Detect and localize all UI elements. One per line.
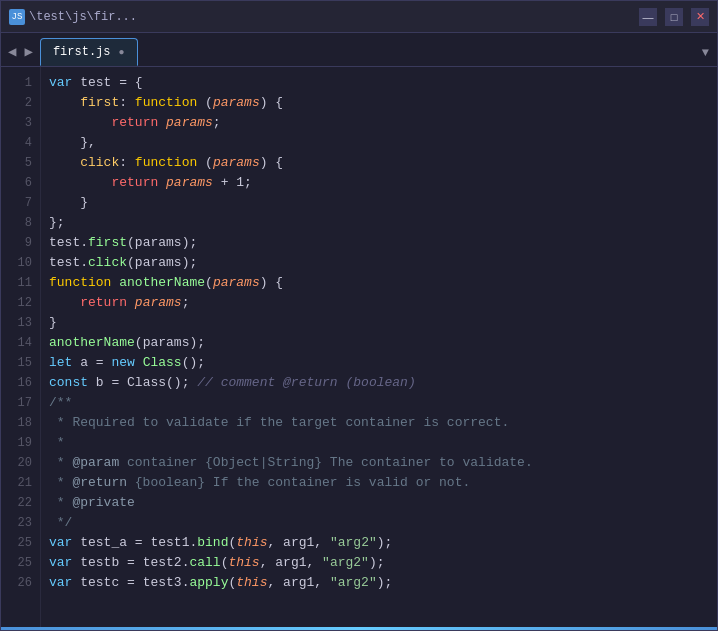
line-number: 5 xyxy=(1,153,40,173)
line-number: 25 xyxy=(1,533,40,553)
code-line: }; xyxy=(49,213,709,233)
line-number: 10 xyxy=(1,253,40,273)
code-line: var test_a = test1.bind(this, arg1, "arg… xyxy=(49,533,709,553)
maximize-button[interactable]: □ xyxy=(665,8,683,26)
editor-area: 1234567891011121314151617181920212223252… xyxy=(1,67,717,627)
code-line: * @param container {Object|String} The c… xyxy=(49,453,709,473)
bottom-accent xyxy=(1,627,717,630)
window-path: \test\js\fir... xyxy=(29,10,137,24)
title-bar-left: JS \test\js\fir... xyxy=(9,9,137,25)
line-number: 20 xyxy=(1,453,40,473)
line-number: 12 xyxy=(1,293,40,313)
line-number: 15 xyxy=(1,353,40,373)
line-numbers-gutter: 1234567891011121314151617181920212223252… xyxy=(1,67,41,627)
nav-arrows: ◀ ▶ xyxy=(5,43,40,66)
title-bar: JS \test\js\fir... — □ ✕ xyxy=(1,1,717,33)
line-number: 2 xyxy=(1,93,40,113)
code-line: return params; xyxy=(49,113,709,133)
code-line: } xyxy=(49,313,709,333)
line-number: 23 xyxy=(1,513,40,533)
close-button[interactable]: ✕ xyxy=(691,8,709,26)
line-number: 13 xyxy=(1,313,40,333)
tab-filename: first.js xyxy=(53,45,111,59)
line-number: 8 xyxy=(1,213,40,233)
code-line: * @private xyxy=(49,493,709,513)
code-line: * Required to validate if the target con… xyxy=(49,413,709,433)
code-line: * xyxy=(49,433,709,453)
line-number: 16 xyxy=(1,373,40,393)
app-icon: JS xyxy=(9,9,25,25)
tab-first-js[interactable]: first.js ● xyxy=(40,38,138,66)
tab-close-icon[interactable]: ● xyxy=(118,47,124,58)
code-line: return params + 1; xyxy=(49,173,709,193)
tab-dropdown-icon[interactable]: ▼ xyxy=(702,46,713,66)
code-line: let a = new Class(); xyxy=(49,353,709,373)
line-number: 7 xyxy=(1,193,40,213)
line-number: 1 xyxy=(1,73,40,93)
tab-bar: ◀ ▶ first.js ● ▼ xyxy=(1,33,717,67)
code-line: /** xyxy=(49,393,709,413)
code-line: } xyxy=(49,193,709,213)
code-line: */ xyxy=(49,513,709,533)
line-number: 22 xyxy=(1,493,40,513)
code-line: * @return {boolean} If the container is … xyxy=(49,473,709,493)
line-number: 25 xyxy=(1,553,40,573)
code-line: var testc = test3.apply(this, arg1, "arg… xyxy=(49,573,709,593)
line-number: 11 xyxy=(1,273,40,293)
code-line: }, xyxy=(49,133,709,153)
nav-back-arrow[interactable]: ◀ xyxy=(5,43,19,60)
code-line: click: function (params) { xyxy=(49,153,709,173)
line-number: 9 xyxy=(1,233,40,253)
nav-forward-arrow[interactable]: ▶ xyxy=(21,43,35,60)
code-line: var testb = test2.call(this, arg1, "arg2… xyxy=(49,553,709,573)
line-number: 18 xyxy=(1,413,40,433)
code-line: return params; xyxy=(49,293,709,313)
code-line: const b = Class(); // comment @return (b… xyxy=(49,373,709,393)
line-number: 4 xyxy=(1,133,40,153)
code-line: anotherName(params); xyxy=(49,333,709,353)
line-number: 26 xyxy=(1,573,40,593)
line-number: 14 xyxy=(1,333,40,353)
window-controls: — □ ✕ xyxy=(639,8,709,26)
line-number: 6 xyxy=(1,173,40,193)
line-number: 21 xyxy=(1,473,40,493)
code-line: first: function (params) { xyxy=(49,93,709,113)
line-number: 17 xyxy=(1,393,40,413)
code-line: var test = { xyxy=(49,73,709,93)
line-number: 3 xyxy=(1,113,40,133)
code-line: test.click(params); xyxy=(49,253,709,273)
minimize-button[interactable]: — xyxy=(639,8,657,26)
line-number: 19 xyxy=(1,433,40,453)
code-line: function anotherName(params) { xyxy=(49,273,709,293)
code-editor[interactable]: var test = { first: function (params) { … xyxy=(41,67,717,627)
editor-window: JS \test\js\fir... — □ ✕ ◀ ▶ first.js ● … xyxy=(0,0,718,631)
code-line: test.first(params); xyxy=(49,233,709,253)
